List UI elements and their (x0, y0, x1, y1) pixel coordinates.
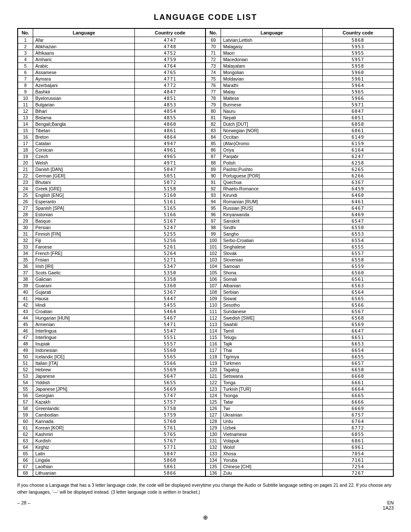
table-cell: 6861 (323, 438, 393, 444)
table-cell: 82 (206, 121, 221, 128)
table-cell: 6563 (323, 283, 393, 289)
table-cell: 89 (206, 166, 221, 173)
table-cell: 110 (206, 302, 221, 308)
table-cell: 49 (18, 347, 33, 354)
table-cell: 93 (206, 192, 221, 199)
table-cell: 6469 (323, 212, 393, 218)
table-cell: 1 (18, 37, 33, 44)
table-cell: Hungarian [HUN] (33, 315, 135, 321)
page-title: LANGUAGE CODE LIST (17, 13, 394, 22)
table-cell: 7054 (323, 451, 393, 457)
table-row: 38Galician5358 (18, 276, 206, 283)
table-cell: 102 (206, 250, 221, 257)
table-cell: 55 (18, 386, 33, 392)
table-row: 11Bulgarian4853 (18, 102, 206, 108)
table-row: 136Zulu7267 (206, 470, 393, 476)
table-cell: Czech (33, 153, 135, 160)
table-cell: Azerbaijani (33, 82, 135, 89)
table-cell: 5256 (135, 237, 206, 244)
table-cell: 6564 (323, 289, 393, 296)
table-cell: 5 (18, 63, 33, 69)
table-cell: 52 (18, 367, 33, 373)
table-cell: 6367 (323, 179, 393, 186)
table-cell: 4772 (135, 82, 206, 89)
table-cell: Malay (221, 89, 323, 95)
table-row: 131Volapuk6861 (206, 438, 393, 444)
table-row: 74Mongolian5960 (206, 69, 393, 76)
table-cell: Swahili (221, 321, 323, 328)
table-cell: Sindhi (221, 224, 323, 231)
table-cell: Tagalog (221, 367, 323, 373)
table-cell: 29 (18, 218, 33, 224)
table-cell: 5647 (135, 373, 206, 380)
table-cell: 5861 (135, 464, 206, 470)
table-cell: Thai (221, 347, 323, 354)
table-cell: (Afan)Oromo (221, 140, 323, 147)
table-cell: 6265 (323, 166, 393, 173)
table-row: 41Hausa5447 (18, 296, 206, 302)
table-row: 132Wolof6961 (206, 444, 393, 451)
table-cell: 4961 (135, 147, 206, 153)
table-row: 84Occitan6149 (206, 134, 393, 140)
table-row: 78Maltese5966 (206, 95, 393, 102)
table-cell: Scots Gaelic (33, 270, 135, 276)
table-cell: 88 (206, 160, 221, 166)
table-cell: 20 (18, 160, 33, 166)
table-row: 104Samoan6559 (206, 263, 393, 270)
table-cell: Galician (33, 276, 135, 283)
table-row: 58Greenlandic5758 (18, 405, 206, 412)
table-cell: 5565 (135, 354, 206, 360)
table-cell: 5261 (135, 244, 206, 250)
table-cell: 4851 (135, 95, 206, 102)
table-cell: 122 (206, 380, 221, 386)
table-cell: 3 (18, 50, 33, 56)
table-cell: Basque (33, 218, 135, 224)
table-cell: 6961 (323, 444, 393, 451)
table-row: 53Japanese5647 (18, 373, 206, 380)
table-cell: 67 (18, 464, 33, 470)
table-row: 123Turkish [TUR]6664 (206, 386, 393, 392)
table-cell: 6258 (323, 160, 393, 166)
table-cell: 5557 (135, 341, 206, 347)
table-cell: 92 (206, 186, 221, 192)
table-row: 122Tonga6661 (206, 380, 393, 386)
table-cell: 18 (18, 147, 33, 153)
table-cell: 6247 (323, 153, 393, 160)
table-cell: 5467 (135, 315, 206, 321)
table-cell: 109 (206, 296, 221, 302)
table-cell: 41 (18, 296, 33, 302)
table-cell: Swedish [SWE] (221, 315, 323, 321)
table-cell: 84 (206, 134, 221, 140)
table-cell: 5051 (135, 173, 206, 179)
table-cell: 6550 (323, 224, 393, 231)
table-cell: Aymara (33, 76, 135, 82)
table-cell: 35 (18, 257, 33, 263)
table-row: 109Siswat6565 (206, 296, 393, 302)
table-cell: Macedonian (221, 56, 323, 63)
table-cell: 50 (18, 354, 33, 360)
table-cell: Marathi (221, 82, 323, 89)
table-cell: Armenian (33, 321, 135, 328)
table-cell: 6164 (323, 147, 393, 153)
table-row: 45Armenian5471 (18, 321, 206, 328)
table-row: 75Moldavian5961 (206, 76, 393, 82)
table-cell: 5072 (135, 179, 206, 186)
table-cell: Shona (221, 270, 323, 276)
table-cell: Laothian (33, 464, 135, 470)
table-cell: 39 (18, 283, 33, 289)
table-cell: 54 (18, 380, 33, 386)
table-row: 7Aymara4771 (18, 76, 206, 82)
table-cell: Welsh (33, 160, 135, 166)
table-row: 25English [ENG]5160 (18, 192, 206, 199)
table-cell: 60 (18, 418, 33, 425)
table-cell: Latin (33, 451, 135, 457)
table-row: 3Afrikaans4752 (18, 50, 206, 56)
table-cell: 6266 (323, 173, 393, 179)
table-cell: 5547 (135, 328, 206, 334)
table-cell: 108 (206, 289, 221, 296)
table-cell: Maltese (221, 95, 323, 102)
table-cell: 111 (206, 308, 221, 315)
table-row: 93Kirundi6460 (206, 192, 393, 199)
table-cell: 5964 (323, 82, 393, 89)
table-cell: 8 (18, 82, 33, 89)
